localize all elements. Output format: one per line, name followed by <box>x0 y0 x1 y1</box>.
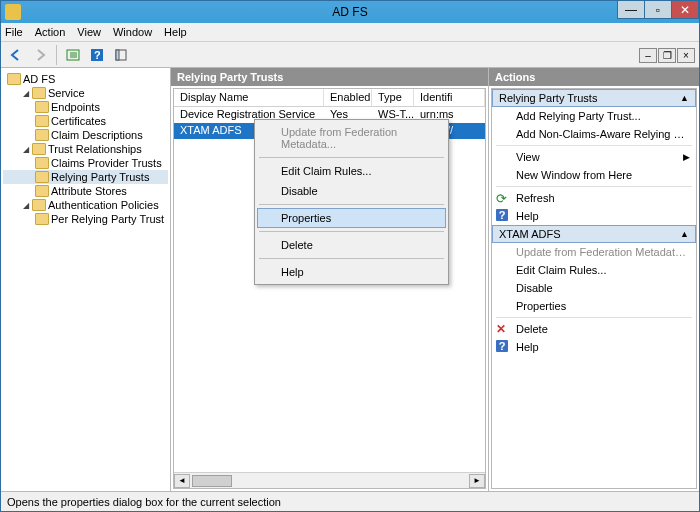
action-help-2[interactable]: Help <box>492 338 696 356</box>
tree-label: Authentication Policies <box>48 199 159 211</box>
menu-help[interactable]: Help <box>164 26 187 38</box>
menu-window[interactable]: Window <box>113 26 152 38</box>
col-type[interactable]: Type <box>372 89 414 106</box>
col-identifier[interactable]: Identifi <box>414 89 485 106</box>
horizontal-scrollbar[interactable]: ◄ ► <box>174 472 485 488</box>
context-menu[interactable]: Update from Federation Metadata... Edit … <box>254 119 449 285</box>
col-enabled[interactable]: Enabled <box>324 89 372 106</box>
action-add-nca[interactable]: Add Non-Claims-Aware Relying Party Trus.… <box>492 125 696 143</box>
actions-section-rpt[interactable]: Relying Party Trusts ▲ <box>492 89 696 107</box>
folder-icon <box>35 171 49 183</box>
folder-icon <box>7 73 21 85</box>
separator <box>259 157 444 158</box>
collapse-icon: ▲ <box>680 93 689 103</box>
scroll-track[interactable] <box>190 474 469 488</box>
section-label: XTAM ADFS <box>499 228 561 240</box>
delete-icon <box>496 322 510 336</box>
actions-section-selected[interactable]: XTAM ADFS ▲ <box>492 225 696 243</box>
folder-icon <box>35 115 49 127</box>
close-button[interactable]: ✕ <box>671 1 699 19</box>
action-label: Delete <box>516 323 548 335</box>
action-new-window[interactable]: New Window from Here <box>492 166 696 184</box>
forward-button[interactable] <box>29 44 51 66</box>
back-button[interactable] <box>5 44 27 66</box>
mdi-close[interactable]: × <box>677 48 695 63</box>
menu-view[interactable]: View <box>77 26 101 38</box>
expand-icon[interactable]: ◢ <box>21 89 30 98</box>
menu-action[interactable]: Action <box>35 26 66 38</box>
action-help[interactable]: Help <box>492 207 696 225</box>
tree-claims-provider-trusts[interactable]: Claims Provider Trusts <box>3 156 168 170</box>
export-list-button[interactable] <box>110 44 132 66</box>
folder-icon <box>32 199 46 211</box>
action-edit-claim-rules[interactable]: Edit Claim Rules... <box>492 261 696 279</box>
action-add-rpt[interactable]: Add Relying Party Trust... <box>492 107 696 125</box>
action-properties[interactable]: Properties <box>492 297 696 315</box>
svg-rect-4 <box>116 50 119 60</box>
minimize-button[interactable]: — <box>617 1 645 19</box>
ctx-update-metadata: Update from Federation Metadata... <box>257 122 446 154</box>
help-icon <box>496 340 510 354</box>
mdi-minimize[interactable]: – <box>639 48 657 63</box>
menu-bar: File Action View Window Help – ❐ × <box>1 23 699 42</box>
separator <box>259 258 444 259</box>
tree-label: Per Relying Party Trust <box>51 213 164 225</box>
expand-icon[interactable]: ◢ <box>21 201 30 210</box>
tree-service[interactable]: ◢Service <box>3 86 168 100</box>
scroll-thumb[interactable] <box>192 475 232 487</box>
action-label: Help <box>516 341 539 353</box>
tree-claim-descriptions[interactable]: Claim Descriptions <box>3 128 168 142</box>
refresh-button[interactable]: ? <box>86 44 108 66</box>
title-bar[interactable]: AD FS — ▫ ✕ <box>1 1 699 23</box>
tree-certificates[interactable]: Certificates <box>3 114 168 128</box>
tree-label: Claim Descriptions <box>51 129 143 141</box>
action-label: Help <box>516 210 539 222</box>
submenu-arrow-icon: ▶ <box>683 152 690 162</box>
folder-icon <box>35 185 49 197</box>
menu-file[interactable]: File <box>5 26 23 38</box>
expand-icon[interactable]: ◢ <box>21 145 30 154</box>
tree-trust-relationships[interactable]: ◢Trust Relationships <box>3 142 168 156</box>
scroll-left-button[interactable]: ◄ <box>174 474 190 488</box>
folder-icon <box>35 213 49 225</box>
toolbar: ? <box>1 42 699 68</box>
action-refresh[interactable]: Refresh <box>492 189 696 207</box>
ctx-help[interactable]: Help <box>257 262 446 282</box>
center-header: Relying Party Trusts <box>171 68 488 86</box>
tree-label: Certificates <box>51 115 106 127</box>
tree-label: Trust Relationships <box>48 143 142 155</box>
mdi-restore[interactable]: ❐ <box>658 48 676 63</box>
ctx-disable[interactable]: Disable <box>257 181 446 201</box>
action-disable[interactable]: Disable <box>492 279 696 297</box>
folder-icon <box>35 129 49 141</box>
actions-pane: Actions Relying Party Trusts ▲ Add Relyi… <box>489 68 699 491</box>
nav-tree[interactable]: AD FS ◢Service Endpoints Certificates Cl… <box>1 68 171 491</box>
action-delete[interactable]: Delete <box>492 320 696 338</box>
svg-text:?: ? <box>94 49 101 61</box>
show-hide-tree-button[interactable] <box>62 44 84 66</box>
ctx-edit-claim-rules[interactable]: Edit Claim Rules... <box>257 161 446 181</box>
main-window: AD FS — ▫ ✕ File Action View Window Help… <box>0 0 700 512</box>
list-header: Display Name Enabled Type Identifi <box>174 89 485 107</box>
scroll-right-button[interactable]: ► <box>469 474 485 488</box>
tree-per-rpt[interactable]: Per Relying Party Trust <box>3 212 168 226</box>
maximize-button[interactable]: ▫ <box>644 1 672 19</box>
ctx-delete[interactable]: Delete <box>257 235 446 255</box>
separator <box>259 204 444 205</box>
folder-icon <box>32 87 46 99</box>
tree-attribute-stores[interactable]: Attribute Stores <box>3 184 168 198</box>
col-display-name[interactable]: Display Name <box>174 89 324 106</box>
app-icon <box>5 4 21 20</box>
action-view[interactable]: View▶ <box>492 148 696 166</box>
mdi-controls: – ❐ × <box>638 48 695 63</box>
separator <box>259 231 444 232</box>
tree-endpoints[interactable]: Endpoints <box>3 100 168 114</box>
tree-label: Relying Party Trusts <box>51 171 149 183</box>
folder-icon <box>35 157 49 169</box>
section-label: Relying Party Trusts <box>499 92 597 104</box>
tree-relying-party-trusts[interactable]: Relying Party Trusts <box>3 170 168 184</box>
tree-auth-policies[interactable]: ◢Authentication Policies <box>3 198 168 212</box>
ctx-properties[interactable]: Properties <box>257 208 446 228</box>
tree-root[interactable]: AD FS <box>3 72 168 86</box>
tree-label: Claims Provider Trusts <box>51 157 162 169</box>
